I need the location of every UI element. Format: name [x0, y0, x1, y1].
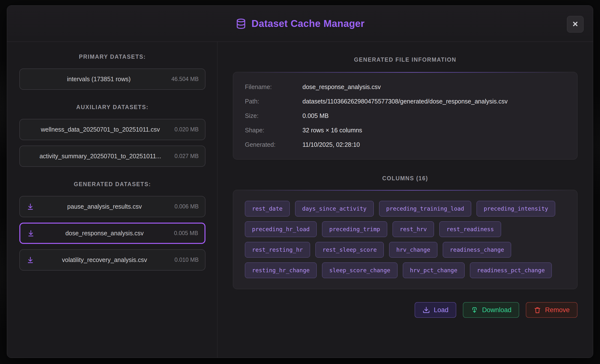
- file-info-label: Path:: [245, 97, 302, 105]
- column-chip: readiness_change: [443, 242, 511, 258]
- download-icon[interactable]: [27, 229, 35, 238]
- columns-card: rest_datedays_since_activitypreceding_tr…: [233, 190, 577, 289]
- download-bracket-icon: [471, 306, 478, 314]
- dataset-item[interactable]: wellness_data_20250701_to_20251011.csv0.…: [19, 119, 205, 140]
- column-chip: preceding_trimp: [322, 221, 387, 237]
- dataset-name: intervals (173851 rows): [26, 76, 171, 83]
- remove-button[interactable]: Remove: [526, 302, 577, 318]
- file-info-value: 11/10/2025, 02:28:10: [302, 141, 360, 148]
- file-info-row: Filename:dose_response_analysis.csv: [245, 83, 565, 91]
- file-info-label: Generated:: [245, 141, 302, 148]
- column-chip: hrv_change: [389, 242, 437, 258]
- column-chip: rest_hrv: [393, 221, 434, 237]
- column-chip: preceding_hr_load: [245, 221, 317, 237]
- button-label: Download: [482, 306, 511, 314]
- columns-heading: COLUMNS (16): [233, 175, 577, 182]
- column-chip: rest_date: [245, 201, 290, 216]
- column-chip: rest_sleep_score: [315, 242, 384, 258]
- column-chip: preceding_training_load: [379, 201, 471, 216]
- section-heading: PRIMARY DATASETS:: [19, 54, 205, 60]
- load-button[interactable]: Load: [415, 302, 456, 318]
- file-info-row: Path:datasets/110366262980475577308/gene…: [245, 97, 565, 105]
- dataset-item[interactable]: activity_summary_20250701_to_20251011...…: [19, 146, 205, 167]
- section-heading: GENERATED DATASETS:: [19, 181, 205, 188]
- dataset-name: wellness_data_20250701_to_20251011.csv: [26, 126, 175, 133]
- file-info-value: 0.005 MB: [302, 112, 329, 120]
- dataset-size: 0.010 MB: [175, 257, 199, 263]
- column-chip-row: rest_datedays_since_activitypreceding_tr…: [245, 201, 565, 216]
- file-info-value: dose_response_analysis.csv: [302, 83, 381, 91]
- column-chip: resting_hr_change: [245, 262, 317, 278]
- dataset-name: pause_analysis_results.csv: [35, 203, 175, 210]
- download-button[interactable]: Download: [463, 302, 519, 318]
- section-heading: AUXILIARY DATASETS:: [19, 104, 205, 111]
- database-icon: [235, 18, 247, 29]
- modal-title-wrap: Dataset Cache Manager: [235, 18, 365, 29]
- page-background: Dataset Cache Manager PRIMARY DATASETS:i…: [0, 0, 600, 364]
- dataset-size: 0.005 MB: [174, 230, 198, 237]
- column-chip: readiness_pct_change: [470, 262, 552, 278]
- details-panel: GENERATED FILE INFORMATION Filename:dose…: [217, 42, 593, 358]
- file-info-row: Size:0.005 MB: [245, 112, 565, 120]
- dataset-item[interactable]: intervals (173851 rows)46.504 MB: [19, 68, 205, 90]
- modal-title: Dataset Cache Manager: [252, 18, 365, 29]
- button-label: Remove: [545, 306, 570, 314]
- modal-body: PRIMARY DATASETS:intervals (173851 rows)…: [7, 42, 593, 358]
- dataset-name: volatility_recovery_analysis.csv: [35, 256, 175, 263]
- dataset-cache-manager-modal: Dataset Cache Manager PRIMARY DATASETS:i…: [7, 5, 593, 358]
- column-chip: rest_readiness: [439, 221, 501, 237]
- column-chip-row: preceding_hr_loadpreceding_trimprest_hrv…: [245, 221, 565, 237]
- button-label: Load: [434, 306, 448, 314]
- dataset-name: dose_response_analysis.csv: [35, 230, 174, 237]
- dataset-item[interactable]: pause_analysis_results.csv0.006 MB: [19, 196, 205, 217]
- dataset-size: 0.006 MB: [175, 203, 199, 210]
- file-info-heading: GENERATED FILE INFORMATION: [233, 57, 577, 63]
- dataset-size: 46.504 MB: [171, 76, 199, 82]
- modal-header: Dataset Cache Manager: [7, 6, 593, 42]
- column-chip: sleep_score_change: [322, 262, 397, 278]
- download-icon[interactable]: [26, 203, 35, 211]
- column-chip: rest_resting_hr: [245, 242, 310, 258]
- close-button[interactable]: [567, 16, 584, 33]
- file-info-row: Shape:32 rows × 16 columns: [245, 126, 565, 134]
- dataset-item[interactable]: dose_response_analysis.csv0.005 MB: [19, 223, 205, 244]
- file-info-card: Filename:dose_response_analysis.csvPath:…: [233, 72, 577, 159]
- column-chip: hrv_pct_change: [403, 262, 465, 278]
- datasets-sidebar: PRIMARY DATASETS:intervals (173851 rows)…: [7, 42, 217, 358]
- close-icon: [572, 20, 579, 28]
- file-info-value: 32 rows × 16 columns: [302, 126, 362, 134]
- file-info-row: Generated:11/10/2025, 02:28:10: [245, 141, 565, 148]
- dataset-name: activity_summary_20250701_to_20251011...: [26, 153, 175, 160]
- trash-icon: [534, 306, 541, 314]
- download-tray-icon: [422, 306, 430, 314]
- file-info-label: Filename:: [245, 83, 302, 91]
- column-chip: preceding_intensity: [477, 201, 555, 216]
- dataset-item[interactable]: volatility_recovery_analysis.csv0.010 MB: [19, 249, 205, 271]
- column-chip-row: resting_hr_changesleep_score_changehrv_p…: [245, 262, 565, 278]
- download-icon[interactable]: [26, 256, 35, 264]
- action-buttons: LoadDownloadRemove: [233, 302, 577, 318]
- column-chip-row: rest_resting_hrrest_sleep_scorehrv_chang…: [245, 242, 565, 258]
- file-info-label: Shape:: [245, 126, 302, 134]
- file-info-value: datasets/110366262980475577308/generated…: [302, 97, 508, 105]
- column-chip: days_since_activity: [295, 201, 374, 216]
- dataset-size: 0.020 MB: [175, 126, 199, 133]
- file-info-label: Size:: [245, 112, 302, 120]
- dataset-size: 0.027 MB: [175, 153, 199, 159]
